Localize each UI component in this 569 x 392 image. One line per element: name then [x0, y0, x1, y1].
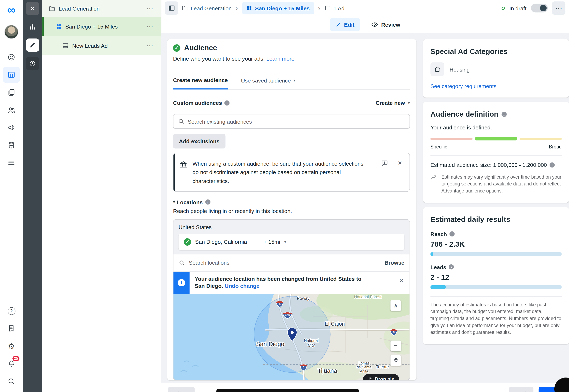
reach-bar [430, 252, 562, 256]
map-collapse-icon[interactable]: ∧ [390, 300, 401, 311]
notifications-bell-icon[interactable]: 25 [3, 356, 20, 372]
svg-text:8: 8 [393, 330, 394, 334]
leads-bar [430, 285, 562, 289]
ad-frame-icon [62, 42, 69, 49]
summary-column: Special Ad Categories Housing See catego… [423, 39, 569, 344]
custom-audience-search[interactable] [173, 114, 410, 129]
campaign-tree: Lead Generation ⋯ San Diego + 15 Miles ⋯… [42, 0, 161, 392]
location-map[interactable]: Poway National Forest El Cajon San Diego… [173, 294, 410, 380]
draft-status-label: In draft [510, 5, 527, 11]
section-title: Audience [184, 44, 217, 52]
info-icon[interactable]: i [550, 162, 555, 168]
ads-megaphone-icon[interactable] [3, 120, 20, 136]
country-label: United States [179, 224, 404, 230]
main-area: Lead Generation › San Diego + 15 Miles ›… [161, 0, 569, 392]
meter-current-segment [475, 137, 517, 140]
special-ad-categories-card: Special Ad Categories Housing See catego… [423, 39, 569, 98]
audiences-people-icon[interactable] [3, 102, 20, 118]
estimated-size-label: Estimated audience size: 1,000,000 - 1,2… [430, 162, 547, 168]
browse-link[interactable]: Browse [385, 260, 404, 266]
map-label: Tecate [376, 364, 389, 369]
all-tools-menu-icon[interactable] [3, 155, 20, 171]
meter-broad-segment [519, 138, 562, 140]
search-icon[interactable] [3, 373, 20, 389]
drop-pin-button[interactable]: Drop pin [363, 374, 399, 379]
publish-toggle[interactable] [531, 4, 548, 13]
close-icon[interactable]: ✕ [398, 159, 402, 167]
locate-pin-icon[interactable] [390, 355, 401, 366]
history-clock-icon[interactable] [26, 57, 39, 70]
selected-location-row[interactable]: ✓ San Diego, California + 15mi ▾ [179, 234, 404, 250]
more-options-icon[interactable]: ⋯ [552, 1, 565, 15]
adset-options-icon[interactable]: ⋯ [146, 22, 154, 31]
search-existing-audiences-input[interactable] [188, 118, 405, 125]
review-button[interactable]: Review [371, 21, 400, 28]
tab-use-saved-audience[interactable]: Use saved audience ▾ [241, 77, 295, 89]
close-icon[interactable]: ✕ [399, 278, 403, 284]
map-label: National [304, 338, 319, 343]
radius-dropdown[interactable]: + 15mi ▾ [264, 239, 286, 245]
ad-options-icon[interactable]: ⋯ [146, 41, 154, 50]
check-icon: ✓ [206, 391, 210, 392]
zoom-out-icon[interactable]: − [390, 340, 401, 351]
tree-item-ad[interactable]: New Leads Ad ⋯ [42, 36, 161, 56]
map-label: Poway [297, 296, 310, 301]
map-label: Tijuana [318, 367, 337, 374]
adset-grid-icon [246, 5, 252, 11]
add-exclusions-button[interactable]: Add exclusions [173, 134, 225, 148]
wizard-footer: Close ✓ All edits saved Back Next [161, 383, 569, 392]
campaigns-table-icon[interactable] [3, 67, 20, 83]
learn-more-link[interactable]: Learn more [266, 56, 294, 62]
create-new-dropdown[interactable]: Create new ▾ [376, 100, 410, 106]
back-button[interactable]: Back [509, 387, 534, 392]
folder-icon [48, 5, 56, 12]
meta-logo-icon[interactable]: ∞ [0, 0, 23, 20]
tree-item-adset[interactable]: San Diego + 15 Miles ⋯ [42, 17, 161, 36]
ads-manager-app: ∞ ? [0, 0, 569, 392]
campaign-name: Lead Generation [59, 5, 100, 12]
edit-pencil-icon[interactable] [26, 39, 39, 52]
breadcrumb-adset-chip[interactable]: San Diego + 15 Miles [242, 2, 314, 14]
mode-switcher: Edit Review [161, 16, 569, 33]
pages-icon[interactable] [3, 84, 20, 100]
campaign-options-icon[interactable]: ⋯ [146, 4, 154, 13]
undo-change-link[interactable]: Undo change [224, 283, 259, 289]
estimates-note: Estimates may vary significantly over ti… [442, 174, 562, 194]
draft-status-icon [502, 6, 505, 10]
audience-definition-card: Audience definition i Your audience is d… [423, 102, 569, 203]
info-icon[interactable]: i [449, 231, 455, 237]
notification-badge: 25 [13, 356, 19, 361]
chevron-down-icon: ▾ [293, 78, 295, 83]
tab-create-new-audience[interactable]: Create new audience [173, 77, 228, 89]
billing-coins-icon[interactable] [3, 137, 20, 153]
settings-gear-icon[interactable]: ⚙ [3, 338, 20, 354]
breadcrumb-ad[interactable]: 1 Ad [324, 5, 345, 11]
avatar[interactable] [4, 25, 18, 39]
meter-specific-segment [430, 138, 473, 140]
info-icon[interactable]: i [449, 265, 454, 270]
feedback-icon[interactable] [381, 159, 388, 167]
help-icon[interactable]: ? [3, 303, 20, 319]
billing-receipt-icon[interactable] [3, 321, 20, 336]
leads-label: Leads [430, 264, 446, 270]
close-icon[interactable]: ✕ [26, 2, 39, 15]
card-title: Special Ad Categories [430, 47, 562, 56]
category-requirements-link[interactable]: See category requirements [430, 83, 496, 89]
info-icon[interactable]: i [501, 112, 507, 117]
folder-icon [181, 5, 188, 11]
definition-status: Your audience is defined. [430, 124, 562, 130]
search-locations-input[interactable] [189, 260, 381, 266]
info-icon[interactable]: i [205, 199, 210, 205]
edit-button[interactable]: Edit [330, 18, 360, 31]
leads-value: 2 - 12 [430, 273, 562, 281]
ad-frame-icon [324, 5, 331, 11]
charts-icon[interactable] [26, 20, 39, 33]
insights-smiley-icon[interactable] [3, 49, 20, 65]
breadcrumb-campaign[interactable]: Lead Generation [181, 5, 232, 11]
reach-label: Reach [430, 231, 447, 237]
info-icon[interactable]: i [224, 100, 230, 105]
collapse-panel-icon[interactable] [165, 1, 178, 15]
tree-item-campaign[interactable]: Lead Generation ⋯ [42, 0, 161, 17]
close-button[interactable]: Close [168, 387, 194, 392]
map-label: El Cajon [325, 321, 345, 326]
